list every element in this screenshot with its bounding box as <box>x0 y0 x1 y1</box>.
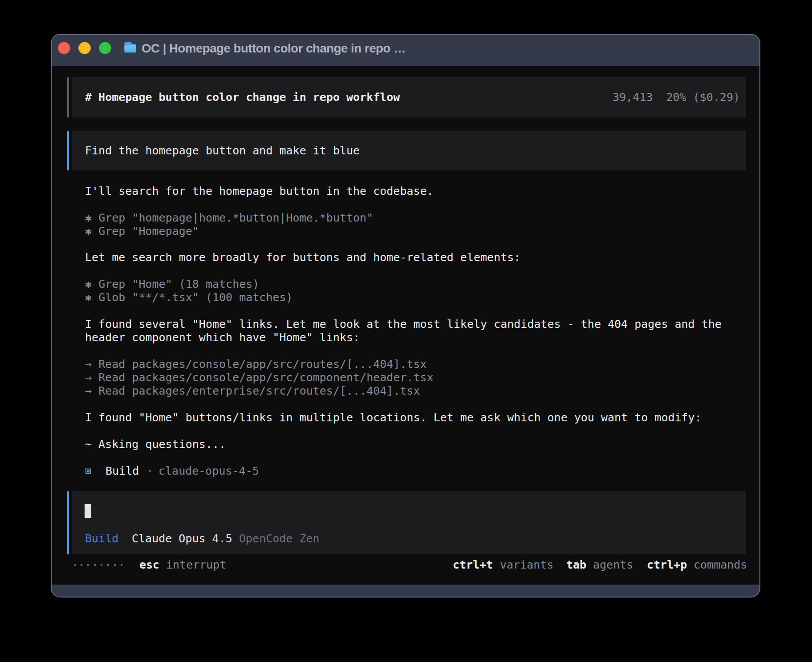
tool-bullet-icon: ✱ <box>85 291 92 304</box>
esc-label: interrupt <box>166 558 226 572</box>
spinner-dot <box>74 564 76 566</box>
text-cursor <box>85 504 91 518</box>
tool-call: → Read packages/console/app/src/routes/[… <box>85 358 427 371</box>
agents-key[interactable]: tab <box>566 558 586 572</box>
tool-call: ✱ Grep "Home" (18 matches) <box>85 278 259 291</box>
variants-key[interactable]: ctrl+t <box>453 558 493 572</box>
user-message-text: Find the homepage button and make it blu… <box>85 144 360 157</box>
read-arrow-icon: → <box>85 371 92 384</box>
tool-bullet-icon: ✱ <box>85 278 92 291</box>
commands-key[interactable]: ctrl+p <box>647 558 687 572</box>
spinner-dot <box>81 564 82 566</box>
agent-name: Build <box>106 464 139 478</box>
assistant-text: header component which have "Home" links… <box>85 331 360 344</box>
tool-call-text: Glob "**/*.tsx" (100 matches) <box>98 291 293 304</box>
tool-bullet-icon: ✱ <box>85 225 92 238</box>
esc-key[interactable]: esc <box>139 558 159 572</box>
assistant-text: Let me search more broadly for buttons a… <box>85 251 520 264</box>
input-provider: OpenCode Zen <box>239 532 320 545</box>
commands-label: commands <box>694 558 747 572</box>
tool-call: ✱ Grep "Homepage" <box>85 225 199 238</box>
tool-call-text: Grep "homepage|home.*button|Home.*button… <box>98 211 373 224</box>
header-accent-bar <box>67 77 69 117</box>
agent-build-icon <box>85 468 91 474</box>
close-button[interactable] <box>58 42 70 54</box>
read-arrow-icon: → <box>85 384 92 397</box>
minimize-button[interactable] <box>78 42 91 54</box>
spinner-dot <box>87 564 89 566</box>
agents-label: agents <box>593 558 633 572</box>
spinner-dot <box>94 564 96 566</box>
input-accent-bar <box>67 491 69 554</box>
tool-bullet-icon: ✱ <box>85 211 92 224</box>
user-message-accent-bar <box>67 131 69 170</box>
window-bottombar <box>52 585 759 597</box>
assistant-text: I found "Home" buttons/links in multiple… <box>85 411 702 424</box>
zoom-button[interactable] <box>99 42 111 54</box>
spinner-dot <box>114 564 116 566</box>
tool-call-text: Read packages/console/app/src/routes/[..… <box>98 358 427 371</box>
assistant-status: ~ Asking questions... <box>85 438 226 451</box>
badge-separator: · <box>146 464 153 478</box>
tool-call-text: Grep "Homepage" <box>98 225 199 238</box>
spinner-dot <box>101 564 102 566</box>
assistant-text: I'll search for the homepage button in t… <box>85 185 434 198</box>
tool-call: → Read packages/console/app/src/componen… <box>85 371 434 384</box>
tool-call: ✱ Grep "homepage|home.*button|Home.*butt… <box>85 211 373 225</box>
window-title: OC | Homepage button color change in rep… <box>142 42 406 54</box>
model-name: claude-opus-4-5 <box>158 464 259 478</box>
spinner-dot <box>107 564 109 566</box>
variants-label: variants <box>500 558 553 572</box>
tool-call: → Read packages/enterprise/src/routes/[.… <box>85 384 420 398</box>
input-agent[interactable]: Build <box>85 532 118 545</box>
screen: OC | Homepage button color change in rep… <box>0 0 812 662</box>
tool-call-text: Grep "Home" (18 matches) <box>98 278 259 291</box>
session-stats: 39,413 20% ($0.29) <box>613 91 740 104</box>
folder-icon <box>124 41 137 53</box>
tool-call: ✱ Glob "**/*.tsx" (100 matches) <box>85 291 293 304</box>
read-arrow-icon: → <box>85 358 92 371</box>
tool-call-text: Read packages/console/app/src/component/… <box>98 371 434 384</box>
input-model[interactable]: Claude Opus 4.5 <box>132 532 232 545</box>
spinner-dot <box>121 564 122 566</box>
tool-call-text: Read packages/enterprise/src/routes/[...… <box>98 384 420 397</box>
assistant-text: I found several "Home" links. Let me loo… <box>85 318 722 331</box>
session-title: # Homepage button color change in repo w… <box>85 91 400 104</box>
